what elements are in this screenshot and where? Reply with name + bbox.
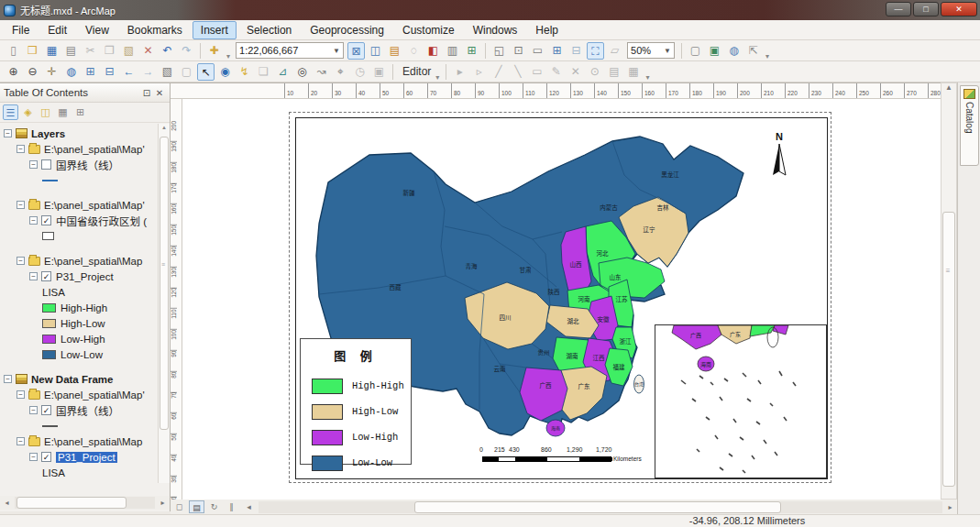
- layout-view-button[interactable]: ▤: [189, 500, 204, 513]
- select-elements-icon[interactable]: ↖: [197, 63, 215, 81]
- fixed-zoom-in-icon[interactable]: ⊞: [82, 63, 99, 81]
- scale-bar[interactable]: 02154308601,2901,720 Kilometers: [476, 446, 650, 468]
- toc-item[interactable]: −E:\panel_spatial\Map: [0, 253, 158, 269]
- catalog-window-icon[interactable]: ▤: [386, 42, 403, 60]
- undo-icon[interactable]: ↶: [159, 42, 176, 60]
- layer-label[interactable]: E:\panel_spatial\Map': [44, 390, 145, 401]
- search-window-icon[interactable]: ◌: [405, 42, 423, 60]
- layer-label[interactable]: E:\panel_spatial\Map': [44, 144, 145, 155]
- toc-item[interactable]: LISA: [0, 465, 158, 480]
- fixed-zoom-out-page-icon[interactable]: ⊟: [567, 42, 585, 60]
- scrollbar-thumb[interactable]: [17, 497, 127, 509]
- copy-icon[interactable]: ❐: [101, 42, 118, 60]
- scroll-left-button[interactable]: ◂: [241, 500, 257, 513]
- scrollbar-track[interactable]: [259, 501, 942, 513]
- list-by-source-icon[interactable]: ◈: [20, 104, 36, 120]
- scroll-left-icon[interactable]: ◂: [0, 499, 14, 507]
- redo-icon[interactable]: ↷: [178, 42, 195, 60]
- toc-item[interactable]: −✓P31_Project: [0, 449, 158, 465]
- edit-annotation-icon[interactable]: ▹: [470, 63, 488, 81]
- fixed-zoom-in-page-icon[interactable]: ⊞: [548, 42, 566, 60]
- layer-checkbox[interactable]: ✓: [41, 271, 51, 281]
- menu-selection[interactable]: Selection: [238, 21, 300, 39]
- close-button[interactable]: ✕: [941, 2, 977, 16]
- toc-item[interactable]: [0, 228, 158, 244]
- expander-icon[interactable]: −: [29, 160, 38, 169]
- viewer-window-icon[interactable]: ▣: [370, 63, 388, 81]
- save-icon[interactable]: ▦: [43, 42, 61, 60]
- scroll-right-icon[interactable]: ▸: [943, 503, 957, 511]
- toc-item[interactable]: −E:\panel_spatial\Map': [0, 197, 158, 213]
- toc-header[interactable]: Table Of Contents ⊡ ✕: [0, 83, 170, 103]
- sketch-properties-icon[interactable]: ▦: [624, 63, 642, 81]
- menu-customize[interactable]: Customize: [394, 21, 463, 39]
- layer-checkbox[interactable]: ✓: [41, 405, 51, 415]
- new-map-icon[interactable]: ▯: [5, 42, 22, 60]
- layer-label[interactable]: E:\panel_spatial\Map: [44, 436, 142, 447]
- menu-bookmarks[interactable]: Bookmarks: [119, 21, 191, 39]
- refresh-view-button[interactable]: ↻: [206, 500, 222, 513]
- data-view-button[interactable]: ◻: [171, 500, 187, 513]
- scrollbar-track[interactable]: [15, 497, 155, 509]
- expander-icon[interactable]: −: [29, 453, 38, 461]
- north-arrow[interactable]: N: [765, 131, 793, 184]
- layer-label[interactable]: P31_Project: [56, 452, 117, 463]
- back-extent-icon[interactable]: ←: [120, 63, 138, 81]
- zoom-whole-page-icon[interactable]: ◱: [490, 42, 508, 60]
- hyperlink-icon[interactable]: ↯: [236, 63, 253, 81]
- attributes-icon[interactable]: ▤: [605, 63, 622, 81]
- close-panel-icon[interactable]: ✕: [153, 88, 166, 98]
- toc-window-icon[interactable]: ◫: [367, 42, 384, 60]
- toolbar-overflow-icon[interactable]: ▾: [765, 52, 769, 60]
- layer-label[interactable]: P31_Project: [56, 271, 114, 282]
- expander-icon[interactable]: −: [17, 437, 25, 445]
- expander-icon[interactable]: −: [29, 272, 38, 280]
- toc-item[interactable]: −国界线（线）: [0, 157, 158, 172]
- menu-windows[interactable]: Windows: [465, 21, 526, 39]
- expander-icon[interactable]: −: [17, 201, 25, 209]
- zoom-in-icon[interactable]: ⊕: [5, 63, 22, 81]
- layer-label[interactable]: 中国省级行政区划 (: [56, 214, 147, 228]
- model-builder-icon[interactable]: ⊞: [463, 42, 480, 60]
- time-slider-icon[interactable]: ◷: [351, 63, 369, 81]
- expander-icon[interactable]: −: [4, 375, 12, 383]
- zoom-page-width-icon[interactable]: ▭: [529, 42, 546, 60]
- find-route-icon[interactable]: ↝: [313, 63, 330, 81]
- toc-item[interactable]: −Layers: [0, 126, 158, 141]
- point-icon[interactable]: ✎: [547, 63, 565, 81]
- toc-item[interactable]: −✓P31_Project: [0, 269, 158, 284]
- scroll-right-icon[interactable]: ▸: [156, 499, 170, 507]
- menu-edit[interactable]: Edit: [39, 21, 75, 39]
- toc-item[interactable]: Low-Low: [0, 346, 158, 362]
- pan-icon[interactable]: ✛: [43, 63, 61, 81]
- layer-label[interactable]: High-Low: [61, 318, 105, 329]
- python-window-icon[interactable]: ▥: [444, 42, 461, 60]
- catalog-tab[interactable]: Catalog: [960, 85, 979, 166]
- layer-label[interactable]: High-High: [61, 302, 107, 313]
- toc-item[interactable]: −E:\panel_spatial\Map': [0, 387, 158, 402]
- layout-zoom-combo[interactable]: 50% ▼: [627, 42, 675, 59]
- pause-drawing-button[interactable]: ∥: [224, 500, 239, 513]
- expander-icon[interactable]: −: [29, 216, 38, 225]
- layer-label[interactable]: 国界线（线）: [56, 403, 119, 418]
- toc-item[interactable]: −✓国界线（线）: [0, 402, 158, 418]
- identify-icon[interactable]: ◉: [216, 63, 234, 81]
- edit-tool-icon[interactable]: ▸: [451, 63, 468, 81]
- layer-label[interactable]: Low-High: [61, 334, 105, 345]
- toc-item[interactable]: −E:\panel_spatial\Map: [0, 434, 158, 449]
- select-features-icon[interactable]: ▧: [159, 63, 176, 81]
- list-by-selection-icon[interactable]: ▦: [55, 104, 71, 120]
- find-icon[interactable]: ◎: [293, 63, 311, 81]
- data-driven-pages-icon[interactable]: ▣: [706, 42, 723, 60]
- menu-view[interactable]: View: [77, 21, 117, 39]
- add-data-dropdown-icon[interactable]: ▾: [226, 52, 230, 60]
- layer-label[interactable]: 国界线（线）: [56, 158, 119, 172]
- layer-checkbox[interactable]: ✓: [41, 215, 51, 225]
- straight-segment-icon[interactable]: ╱: [490, 63, 507, 81]
- focus-data-frame-icon[interactable]: ◍: [725, 42, 743, 60]
- layer-label[interactable]: E:\panel_spatial\Map: [44, 256, 142, 267]
- menu-geoprocessing[interactable]: Geoprocessing: [302, 21, 392, 39]
- html-popup-icon[interactable]: ❏: [255, 63, 272, 81]
- snapping-icon[interactable]: ⊠: [347, 42, 365, 60]
- layer-label[interactable]: New Data Frame: [31, 374, 113, 385]
